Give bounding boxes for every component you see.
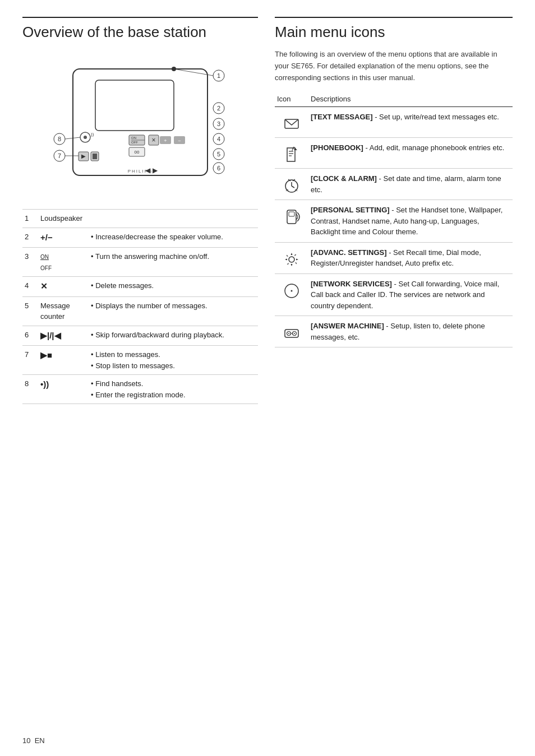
svg-point-38 bbox=[84, 136, 87, 139]
feature-symbol: ✕ bbox=[38, 277, 89, 297]
right-title: Main menu icons bbox=[275, 17, 513, 41]
menu-row-advanc: [ADVANC. SETTINGS] - Set Recall time, Di… bbox=[275, 242, 513, 273]
svg-text:−: − bbox=[178, 138, 181, 143]
icon-cell-text-message bbox=[275, 107, 308, 138]
svg-line-50 bbox=[292, 186, 294, 188]
svg-text:×: × bbox=[151, 136, 155, 144]
feature-row-8: 8 •)) Find handsets. Enter the registrat… bbox=[22, 375, 258, 404]
feature-row-4: 4 ✕ Delete messages. bbox=[22, 277, 258, 297]
svg-text:1: 1 bbox=[217, 72, 220, 79]
svg-text:7: 7 bbox=[58, 152, 61, 159]
svg-text:▶: ▶ bbox=[81, 153, 86, 159]
feature-num: 1 bbox=[22, 210, 38, 228]
feature-symbol: •)) bbox=[38, 375, 89, 404]
feature-symbol: ▶|/|◀ bbox=[38, 326, 89, 346]
feature-desc: Displays the number of messages. bbox=[89, 296, 258, 326]
menu-row-network: [NETWORK SERVICES] - Set Call forwarding… bbox=[275, 273, 513, 316]
menu-table-header: Icon Descriptions bbox=[275, 92, 513, 107]
feature-num: 2 bbox=[22, 228, 38, 248]
svg-text:00: 00 bbox=[135, 150, 140, 155]
left-section: Overview of the base station 1 2 + bbox=[22, 17, 258, 404]
icon-cell-clock bbox=[275, 169, 308, 200]
icon-cell-personal bbox=[275, 200, 308, 243]
svg-point-63 bbox=[294, 333, 295, 334]
icon-cell-answermachine bbox=[275, 316, 308, 347]
feature-symbol: ▶■ bbox=[38, 346, 89, 375]
svg-text:8: 8 bbox=[58, 136, 61, 142]
feature-row-1: 1 Loudspeaker bbox=[22, 210, 258, 228]
svg-text:PHILIPS: PHILIPS bbox=[128, 169, 153, 174]
menu-row-answermachine: [ANSWER MACHINE] - Setup, listen to, del… bbox=[275, 316, 513, 347]
svg-text:)): )) bbox=[91, 132, 94, 137]
svg-rect-1 bbox=[95, 80, 174, 131]
right-section: Main menu icons The following is an over… bbox=[275, 17, 513, 404]
feature-desc: Increase/decrease the speaker volume. bbox=[89, 228, 258, 248]
feature-desc: Delete messages. bbox=[89, 277, 258, 297]
svg-point-55 bbox=[289, 257, 294, 262]
menu-row-text-message: [TEXT MESSAGE] - Set up, write/read text… bbox=[275, 107, 513, 138]
feature-row-7: 7 ▶■ Listen to messages. Stop listen to … bbox=[22, 346, 258, 375]
icon-cell-network bbox=[275, 273, 308, 316]
feature-row-3: 3 ONOFF Turn the answering machine on/of… bbox=[22, 248, 258, 277]
svg-point-62 bbox=[288, 333, 289, 334]
menu-row-personal: [PERSONAL SETTING] - Set the Handset ton… bbox=[275, 200, 513, 243]
menu-row-phonebook: [PHONEBOOK] - Add, edit, manage phoneboo… bbox=[275, 138, 513, 169]
page-number: 10 EN bbox=[22, 736, 45, 745]
base-station-diagram: 1 2 + − 3 ON OFF 4 bbox=[39, 52, 241, 198]
col-icon-header: Icon bbox=[275, 92, 308, 107]
menu-row-clock: [CLOCK & ALARM] - Set date and time, ala… bbox=[275, 169, 513, 200]
svg-text:5: 5 bbox=[217, 151, 220, 157]
feature-label: Message counter bbox=[38, 296, 89, 326]
desc-cell-clock: [CLOCK & ALARM] - Set date and time, ala… bbox=[308, 169, 513, 200]
svg-text:6: 6 bbox=[217, 165, 220, 171]
feature-num: 7 bbox=[22, 346, 38, 375]
feature-num: 3 bbox=[22, 248, 38, 277]
feature-label: Loudspeaker bbox=[38, 210, 258, 228]
feature-desc: Find handsets. Enter the registration mo… bbox=[89, 375, 258, 404]
feature-row-5: 5 Message counter Displays the number of… bbox=[22, 296, 258, 326]
left-title: Overview of the base station bbox=[22, 17, 258, 41]
icon-cell-phonebook bbox=[275, 138, 308, 169]
feature-num: 5 bbox=[22, 296, 38, 326]
svg-text:4: 4 bbox=[217, 136, 220, 142]
col-desc-header: Descriptions bbox=[308, 92, 513, 107]
features-table: 1 Loudspeaker 2 +/− Increase/decrease th… bbox=[22, 209, 258, 404]
feature-num: 4 bbox=[22, 277, 38, 297]
svg-text:3: 3 bbox=[217, 120, 220, 127]
desc-cell-phonebook: [PHONEBOOK] - Add, edit, manage phoneboo… bbox=[308, 138, 513, 169]
feature-num: 6 bbox=[22, 326, 38, 346]
intro-text: The following is an overview of the menu… bbox=[275, 49, 513, 84]
feature-num: 8 bbox=[22, 375, 38, 404]
menu-icons-table: Icon Descriptions bbox=[275, 92, 513, 347]
svg-rect-54 bbox=[289, 212, 294, 216]
svg-point-57 bbox=[291, 290, 293, 291]
svg-text:ON: ON bbox=[131, 136, 136, 140]
desc-cell-network: [NETWORK SERVICES] - Set Call forwarding… bbox=[308, 273, 513, 316]
feature-desc: Listen to messages. Stop listen to messa… bbox=[89, 346, 258, 375]
svg-text:+: + bbox=[164, 138, 167, 143]
svg-text:OFF: OFF bbox=[131, 141, 138, 144]
feature-desc: Turn the answering machine on/off. bbox=[89, 248, 258, 277]
feature-row-2: 2 +/− Increase/decrease the speaker volu… bbox=[22, 228, 258, 248]
desc-cell-personal: [PERSONAL SETTING] - Set the Handset ton… bbox=[308, 200, 513, 243]
icon-cell-advanc bbox=[275, 242, 308, 273]
feature-row-6: 6 ▶|/|◀ Skip forward/backward during pla… bbox=[22, 326, 258, 346]
desc-cell-text-message: [TEXT MESSAGE] - Set up, write/read text… bbox=[308, 107, 513, 138]
svg-text:2: 2 bbox=[217, 105, 220, 112]
feature-desc: Skip forward/backward during playback. bbox=[89, 326, 258, 346]
svg-rect-34 bbox=[93, 154, 97, 159]
desc-cell-answermachine: [ANSWER MACHINE] - Setup, listen to, del… bbox=[308, 316, 513, 347]
svg-rect-53 bbox=[287, 210, 296, 224]
desc-cell-advanc: [ADVANC. SETTINGS] - Set Recall time, Di… bbox=[308, 242, 513, 273]
feature-symbol: +/− bbox=[38, 228, 89, 248]
feature-symbol: ONOFF bbox=[38, 248, 89, 277]
